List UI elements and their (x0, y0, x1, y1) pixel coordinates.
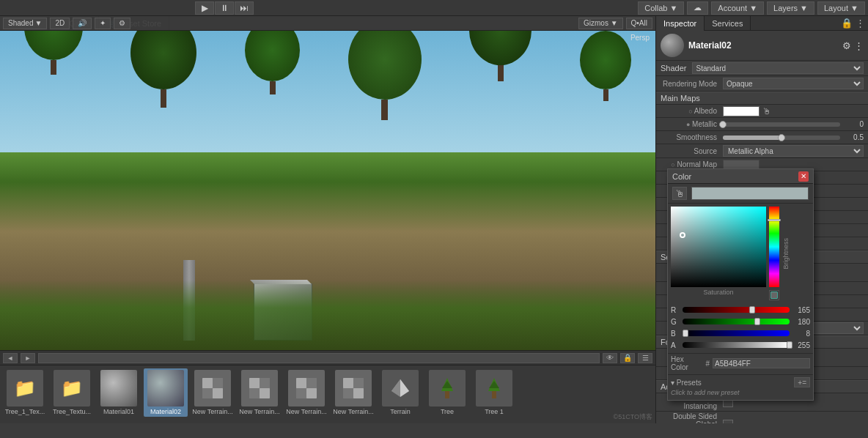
smoothness-thumb[interactable] (778, 134, 785, 141)
color-picker-eyedrop-btn[interactable]: 🖱 (672, 187, 687, 200)
color-channels: R 165 G 180 B 8 A 255 (668, 303, 813, 353)
svg-rect-9 (260, 388, 270, 398)
hex-color-row: Hex Color # (668, 353, 813, 375)
asset-item-tree1[interactable]: Tree 1 (472, 368, 516, 417)
a-channel-row: A 255 (671, 340, 810, 350)
2d-toggle[interactable]: 2D (50, 18, 70, 29)
asset-thumb-mat02 (147, 370, 184, 407)
g-value: 180 (792, 318, 810, 326)
svg-marker-22 (400, 379, 409, 397)
source-label: Source (661, 147, 723, 155)
color-picker-close[interactable]: ✕ (798, 171, 809, 182)
svg-rect-16 (343, 378, 353, 388)
metallic-thumb[interactable] (719, 121, 727, 128)
asset-thumb-mat01 (100, 370, 137, 407)
presets-label: ▾ Presets (671, 379, 702, 387)
asset-item-treetex[interactable]: 📁 Tree_Textu... (50, 368, 94, 417)
hex-color-input[interactable] (713, 358, 810, 368)
smoothness-number: 0.5 (843, 133, 864, 141)
rendering-mode-row: Rendering Mode Opaque (656, 76, 868, 92)
presets-header: ▾ Presets += (671, 377, 810, 387)
asset-items-container: 📁 Tree_1_Tex... 📁 Tree_Textu... Material… (0, 365, 655, 420)
asset-item-mat02[interactable]: Material02 (144, 368, 188, 417)
asset-item-terrain1[interactable]: New Terrain... (191, 368, 235, 417)
cloud-button[interactable]: ☁ (687, 1, 708, 15)
hue-slider[interactable] (769, 207, 779, 287)
tab-inspector[interactable]: Inspector (656, 16, 705, 31)
asset-label-terrain-unity: Terrain (379, 408, 422, 415)
asset-back-button[interactable]: ◄ (3, 353, 18, 363)
asset-label-terrain4: New Terrain... (332, 408, 375, 415)
svg-rect-8 (249, 388, 260, 398)
asset-menu-button[interactable]: ☰ (638, 353, 652, 363)
a-thumb[interactable] (787, 341, 792, 349)
r-slider[interactable] (683, 307, 790, 313)
top-toolbar: ▶ ⏸ ⏭ Collab ▼ ☁ Account ▼ Layers ▼ Layo… (0, 0, 868, 16)
asset-eye-button[interactable]: 👁 (603, 353, 617, 363)
svg-rect-13 (296, 388, 306, 398)
effects-button[interactable]: ✦ (95, 18, 111, 29)
material-name: Material02 (688, 40, 732, 51)
alpha-indicator[interactable] (769, 290, 779, 300)
svg-rect-19 (353, 388, 364, 398)
material-settings-icon[interactable]: ⚙ (842, 40, 851, 51)
play-button[interactable]: ▶ (195, 1, 214, 15)
asset-item-tree[interactable]: Tree (425, 368, 469, 417)
g-thumb[interactable] (754, 318, 760, 325)
albedo-label: ○ Albedo (661, 107, 723, 115)
asset-label-mat01: Material01 (98, 408, 140, 415)
r-channel-row: R 165 (671, 305, 810, 315)
svg-rect-4 (213, 388, 223, 398)
b-slider[interactable] (683, 330, 790, 336)
rendering-mode-select[interactable]: Opaque (723, 78, 864, 89)
layout-button[interactable]: Layout ▼ (817, 1, 865, 15)
step-button[interactable]: ⏭ (235, 1, 254, 15)
asset-forward-button[interactable]: ► (21, 353, 35, 363)
audio-button[interactable]: 🔊 (73, 18, 92, 29)
material-more-icon[interactable]: ⋮ (854, 40, 864, 51)
albedo-value: 🖱 (723, 106, 864, 116)
asset-item-terrain4[interactable]: New Terrain... (331, 368, 375, 417)
gizmos-button[interactable]: Gizmos ▼ (578, 18, 623, 29)
metallic-number: 0 (843, 120, 864, 128)
asset-search-input[interactable] (38, 353, 600, 363)
albedo-swatch[interactable] (723, 106, 760, 116)
tab-services[interactable]: Services (705, 16, 751, 31)
add-preset-button[interactable]: += (794, 377, 810, 387)
source-select[interactable]: Metallic Alpha (723, 145, 864, 157)
asset-thumb-treetex: 📁 (54, 370, 90, 407)
double-sided-checkbox[interactable] (723, 420, 733, 424)
asset-item-terrain2[interactable]: New Terrain... (238, 368, 282, 417)
asset-item-tree1tex[interactable]: 📁 Tree_1_Tex... (3, 368, 47, 417)
metallic-slider[interactable] (723, 122, 840, 127)
hue-cursor (768, 219, 781, 221)
smoothness-slider[interactable] (723, 136, 840, 140)
inspector-lock-icon[interactable]: 🔒 (841, 18, 853, 29)
eyedropper-icon[interactable]: 🖱 (762, 106, 771, 116)
search-all-button[interactable]: Q•All (626, 18, 652, 29)
a-slider[interactable] (683, 342, 790, 348)
asset-item-mat01[interactable]: Material01 (97, 368, 141, 417)
brightness-label: Brightness (782, 238, 790, 270)
tree-6 (580, 31, 631, 101)
r-thumb[interactable] (749, 306, 755, 313)
layers-button[interactable]: Layers ▼ (767, 1, 814, 15)
pause-button[interactable]: ⏸ (215, 1, 234, 15)
svg-rect-14 (306, 388, 317, 398)
g-slider[interactable] (683, 319, 790, 324)
inspector-menu-icon[interactable]: ⋮ (856, 18, 865, 29)
asset-item-terrain-unity[interactable]: Terrain (378, 368, 422, 417)
shading-dropdown[interactable]: Shaded ▼ (3, 18, 47, 29)
asset-lock-button[interactable]: 🔒 (620, 353, 635, 363)
scene-options[interactable]: ⚙ (114, 18, 130, 29)
saturation-gradient[interactable] (671, 207, 766, 287)
scene-right-controls: Gizmos ▼ Q•All (578, 18, 652, 29)
account-button[interactable]: Account ▼ (711, 1, 764, 15)
collab-button[interactable]: Collab ▼ (638, 1, 684, 15)
shader-select[interactable]: Standard (692, 62, 864, 74)
b-thumb[interactable] (683, 330, 688, 337)
scene-3d-viewport[interactable]: Persp (0, 31, 655, 350)
smoothness-value: 0.5 (723, 133, 864, 141)
asset-item-terrain3[interactable]: New Terrain... (284, 368, 328, 417)
metallic-row: ● Metallic 0 (656, 118, 868, 131)
